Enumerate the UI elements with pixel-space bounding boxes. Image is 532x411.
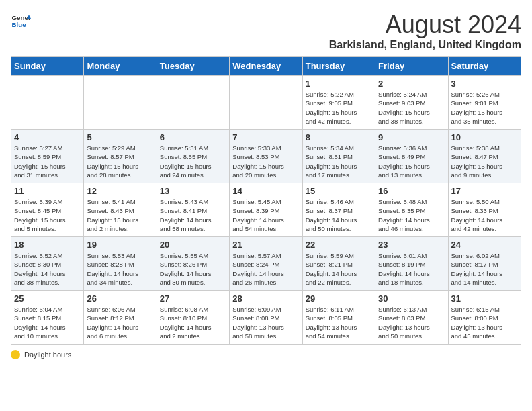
day-number: 24 [451,240,518,250]
day-number: 10 [451,132,518,142]
calendar-day-cell: 30Sunrise: 6:13 AM Sunset: 8:03 PM Dayli… [375,291,448,345]
day-number: 29 [306,293,372,304]
calendar-day-cell: 1Sunrise: 5:22 AM Sunset: 9:05 PM Daylig… [302,76,375,130]
calendar-body: 1Sunrise: 5:22 AM Sunset: 9:05 PM Daylig… [11,76,521,345]
calendar-day-cell [157,76,229,130]
calendar-day-cell [84,76,157,130]
day-number: 9 [378,132,445,142]
title-area: August 2024 Barkisland, England, United … [329,11,521,51]
calendar-day-cell: 23Sunrise: 6:01 AM Sunset: 8:19 PM Dayli… [375,237,448,291]
day-info: Sunrise: 6:01 AM Sunset: 8:19 PM Dayligh… [378,251,445,287]
day-info: Sunrise: 5:45 AM Sunset: 8:39 PM Dayligh… [232,197,299,233]
calendar-header-row: SundayMondayTuesdayWednesdayThursdayFrid… [11,57,521,76]
day-info: Sunrise: 5:22 AM Sunset: 9:05 PM Dayligh… [306,90,372,126]
calendar-day-cell: 4Sunrise: 5:27 AM Sunset: 8:59 PM Daylig… [11,130,84,183]
day-info: Sunrise: 6:06 AM Sunset: 8:12 PM Dayligh… [87,305,153,340]
day-info: Sunrise: 5:55 AM Sunset: 8:26 PM Dayligh… [160,251,226,287]
calendar-day-cell: 16Sunrise: 5:48 AM Sunset: 8:35 PM Dayli… [375,183,448,237]
day-number: 15 [306,186,372,196]
calendar-header-cell: Saturday [448,57,521,76]
calendar-header-cell: Wednesday [230,57,302,76]
day-number: 13 [160,186,226,196]
day-info: Sunrise: 5:36 AM Sunset: 8:49 PM Dayligh… [378,144,445,179]
calendar-header-cell: Friday [375,57,448,76]
day-info: Sunrise: 5:46 AM Sunset: 8:37 PM Dayligh… [306,197,372,233]
calendar-day-cell: 15Sunrise: 5:46 AM Sunset: 8:37 PM Dayli… [302,183,375,237]
day-number: 2 [378,79,445,89]
calendar-day-cell: 7Sunrise: 5:33 AM Sunset: 8:53 PM Daylig… [230,130,302,183]
day-number: 5 [87,132,153,142]
day-number: 8 [306,132,372,142]
day-number: 7 [232,132,299,142]
calendar-day-cell: 25Sunrise: 6:04 AM Sunset: 8:15 PM Dayli… [11,291,84,345]
day-number: 28 [232,293,299,304]
calendar-day-cell [230,76,302,130]
calendar-day-cell: 27Sunrise: 6:08 AM Sunset: 8:10 PM Dayli… [157,291,229,345]
day-number: 21 [232,240,299,250]
calendar-day-cell: 12Sunrise: 5:41 AM Sunset: 8:43 PM Dayli… [84,183,157,237]
day-info: Sunrise: 6:08 AM Sunset: 8:10 PM Dayligh… [160,305,226,340]
day-info: Sunrise: 5:52 AM Sunset: 8:30 PM Dayligh… [14,251,81,287]
day-info: Sunrise: 6:02 AM Sunset: 8:17 PM Dayligh… [451,251,518,287]
calendar-day-cell: 9Sunrise: 5:36 AM Sunset: 8:49 PM Daylig… [375,130,448,183]
calendar-day-cell: 22Sunrise: 5:59 AM Sunset: 8:21 PM Dayli… [302,237,375,291]
calendar-day-cell: 19Sunrise: 5:53 AM Sunset: 8:28 PM Dayli… [84,237,157,291]
day-number: 17 [451,186,518,196]
logo: General Blue [11,11,31,31]
legend: Daylight hours [11,350,521,359]
calendar-day-cell: 13Sunrise: 5:43 AM Sunset: 8:41 PM Dayli… [157,183,229,237]
day-info: Sunrise: 6:13 AM Sunset: 8:03 PM Dayligh… [378,305,445,340]
day-info: Sunrise: 6:09 AM Sunset: 8:08 PM Dayligh… [232,305,299,340]
day-info: Sunrise: 5:38 AM Sunset: 8:47 PM Dayligh… [451,144,518,179]
day-info: Sunrise: 5:53 AM Sunset: 8:28 PM Dayligh… [87,251,153,287]
calendar-week-row: 11Sunrise: 5:39 AM Sunset: 8:45 PM Dayli… [11,183,521,237]
calendar-header-cell: Sunday [11,57,84,76]
day-number: 6 [160,132,226,142]
calendar-table: SundayMondayTuesdayWednesdayThursdayFrid… [11,56,521,345]
day-info: Sunrise: 5:26 AM Sunset: 9:01 PM Dayligh… [451,90,518,126]
calendar-week-row: 1Sunrise: 5:22 AM Sunset: 9:05 PM Daylig… [11,76,521,130]
calendar-day-cell: 17Sunrise: 5:50 AM Sunset: 8:33 PM Dayli… [448,183,521,237]
calendar-day-cell: 14Sunrise: 5:45 AM Sunset: 8:39 PM Dayli… [230,183,302,237]
sun-icon [11,350,20,359]
calendar-day-cell: 18Sunrise: 5:52 AM Sunset: 8:30 PM Dayli… [11,237,84,291]
calendar-header-cell: Tuesday [157,57,229,76]
calendar-day-cell: 29Sunrise: 6:11 AM Sunset: 8:05 PM Dayli… [302,291,375,345]
calendar-day-cell: 3Sunrise: 5:26 AM Sunset: 9:01 PM Daylig… [448,76,521,130]
day-number: 31 [451,293,518,304]
day-number: 14 [232,186,299,196]
day-info: Sunrise: 6:04 AM Sunset: 8:15 PM Dayligh… [14,305,81,340]
day-info: Sunrise: 6:11 AM Sunset: 8:05 PM Dayligh… [306,305,372,340]
calendar-day-cell: 28Sunrise: 6:09 AM Sunset: 8:08 PM Dayli… [230,291,302,345]
calendar-day-cell: 8Sunrise: 5:34 AM Sunset: 8:51 PM Daylig… [302,130,375,183]
day-info: Sunrise: 5:48 AM Sunset: 8:35 PM Dayligh… [378,197,445,233]
day-number: 25 [14,293,81,304]
day-info: Sunrise: 5:39 AM Sunset: 8:45 PM Dayligh… [14,197,81,233]
day-number: 27 [160,293,226,304]
calendar-day-cell: 10Sunrise: 5:38 AM Sunset: 8:47 PM Dayli… [448,130,521,183]
day-number: 3 [451,79,518,89]
day-info: Sunrise: 5:57 AM Sunset: 8:24 PM Dayligh… [232,251,299,287]
day-number: 11 [14,186,81,196]
calendar-day-cell: 2Sunrise: 5:24 AM Sunset: 9:03 PM Daylig… [375,76,448,130]
day-number: 4 [14,132,81,142]
calendar-day-cell: 26Sunrise: 6:06 AM Sunset: 8:12 PM Dayli… [84,291,157,345]
day-number: 19 [87,240,153,250]
calendar-day-cell: 11Sunrise: 5:39 AM Sunset: 8:45 PM Dayli… [11,183,84,237]
day-info: Sunrise: 5:33 AM Sunset: 8:53 PM Dayligh… [232,144,299,179]
svg-text:Blue: Blue [12,21,27,28]
calendar-day-cell: 31Sunrise: 6:15 AM Sunset: 8:00 PM Dayli… [448,291,521,345]
day-number: 23 [378,240,445,250]
day-number: 18 [14,240,81,250]
day-info: Sunrise: 5:27 AM Sunset: 8:59 PM Dayligh… [14,144,81,179]
subtitle: Barkisland, England, United Kingdom [329,39,521,51]
calendar-header-cell: Thursday [302,57,375,76]
day-info: Sunrise: 5:41 AM Sunset: 8:43 PM Dayligh… [87,197,153,233]
calendar-day-cell: 24Sunrise: 6:02 AM Sunset: 8:17 PM Dayli… [448,237,521,291]
calendar-day-cell [11,76,84,130]
calendar-day-cell: 21Sunrise: 5:57 AM Sunset: 8:24 PM Dayli… [230,237,302,291]
day-info: Sunrise: 5:50 AM Sunset: 8:33 PM Dayligh… [451,197,518,233]
logo-icon: General Blue [11,11,31,31]
calendar-week-row: 25Sunrise: 6:04 AM Sunset: 8:15 PM Dayli… [11,291,521,345]
calendar-day-cell: 5Sunrise: 5:29 AM Sunset: 8:57 PM Daylig… [84,130,157,183]
